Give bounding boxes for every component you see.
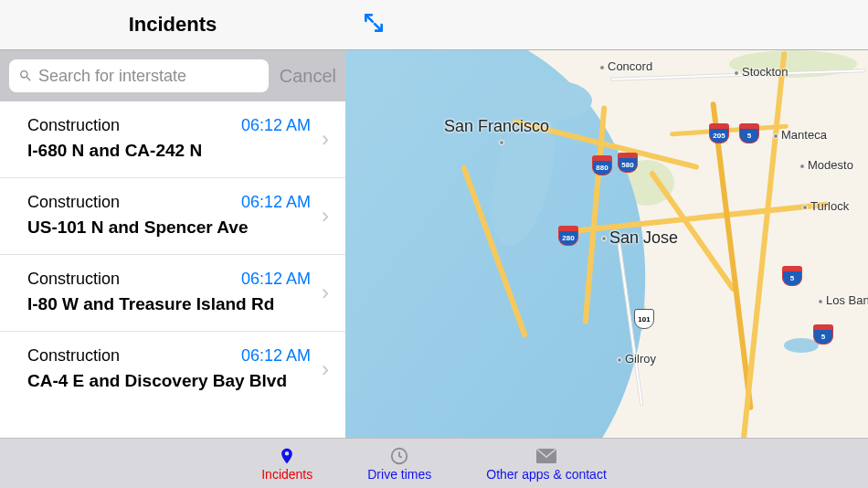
incident-type: Construction [27, 270, 120, 289]
tab-drive-times[interactable]: Drive times [367, 445, 431, 482]
incident-type: Construction [27, 193, 120, 212]
map-canvas[interactable]: 880 580 280 205 5 5 5 101 San Francisco … [345, 50, 868, 438]
expand-icon[interactable] [362, 11, 386, 38]
incident-title: I-680 N and CA-242 N [27, 141, 311, 161]
shield-i5: 5 [739, 123, 759, 143]
clock-icon [389, 445, 409, 467]
list-item[interactable]: Construction 06:12 AM I-80 W and Treasur… [0, 255, 345, 332]
incident-title: US-101 N and Spencer Ave [27, 217, 311, 238]
mail-icon [535, 445, 557, 467]
chevron-right-icon: › [322, 203, 329, 228]
incident-time: 06:12 AM [241, 193, 311, 212]
shield-us101: 101 [634, 309, 654, 329]
shield-i5: 5 [813, 324, 833, 345]
list-item-body: Construction 06:12 AM I-680 N and CA-242… [27, 116, 311, 161]
list-item[interactable]: Construction 06:12 AM I-680 N and CA-242… [0, 101, 345, 178]
search-placeholder: Search for interstate [38, 67, 186, 86]
city-label: Manteca [773, 128, 827, 142]
page-title: Incidents [0, 0, 345, 50]
tab-label: Incidents [261, 467, 312, 482]
search-icon [18, 69, 33, 83]
map-pane: 880 580 280 205 5 5 5 101 San Francisco … [345, 0, 868, 438]
list-item[interactable]: Construction 06:12 AM CA-4 E and Discove… [0, 332, 345, 408]
cancel-button[interactable]: Cancel [280, 66, 336, 87]
shield-i5: 5 [782, 266, 802, 286]
city-label: San Jose [601, 228, 678, 248]
search-input[interactable]: Search for interstate [9, 59, 269, 92]
city-dot [499, 134, 507, 148]
search-bar: Search for interstate Cancel [0, 50, 345, 101]
pin-icon [278, 445, 296, 467]
list-item[interactable]: Construction 06:12 AM US-101 N and Spenc… [0, 178, 345, 255]
incident-title: I-80 W and Treasure Island Rd [27, 294, 311, 314]
tab-other-apps[interactable]: Other apps & contact [486, 445, 607, 482]
incident-type: Construction [27, 116, 120, 135]
incident-time: 06:12 AM [241, 346, 311, 366]
incident-type: Construction [27, 346, 120, 366]
list-item-body: Construction 06:12 AM I-80 W and Treasur… [27, 270, 311, 314]
shield-i205: 205 [709, 123, 729, 143]
shield-i580: 580 [618, 153, 638, 173]
shield-i280: 280 [558, 226, 578, 246]
incident-list[interactable]: Construction 06:12 AM I-680 N and CA-242… [0, 101, 345, 438]
chevron-right-icon: › [322, 356, 329, 382]
tab-label: Drive times [367, 467, 431, 482]
city-label: Stockton [734, 65, 789, 79]
app-root: Incidents Search for interstate Cancel C… [0, 0, 868, 488]
incident-time: 06:12 AM [241, 116, 311, 135]
list-item-body: Construction 06:12 AM CA-4 E and Discove… [27, 346, 311, 391]
sidebar: Incidents Search for interstate Cancel C… [0, 0, 345, 438]
incident-title: CA-4 E and Discovery Bay Blvd [27, 371, 311, 391]
list-item-body: Construction 06:12 AM US-101 N and Spenc… [27, 193, 311, 238]
city-label: Modesto [799, 158, 853, 172]
chevron-right-icon: › [322, 126, 329, 152]
content-area: Incidents Search for interstate Cancel C… [0, 0, 868, 438]
page-title-text: Incidents [129, 13, 217, 37]
city-label: Turlock [802, 199, 849, 213]
city-label: San Francisco [444, 117, 549, 136]
chevron-right-icon: › [322, 280, 329, 305]
tab-incidents[interactable]: Incidents [261, 445, 312, 482]
tab-label: Other apps & contact [486, 467, 607, 482]
city-label: Los Banos [818, 293, 868, 307]
shield-i880: 880 [592, 155, 612, 175]
city-label: Gilroy [617, 352, 656, 366]
tab-bar: Incidents Drive times Other apps & conta… [0, 438, 868, 488]
incident-time: 06:12 AM [241, 270, 311, 289]
city-label: Concord [599, 59, 652, 73]
map-header [345, 0, 868, 50]
